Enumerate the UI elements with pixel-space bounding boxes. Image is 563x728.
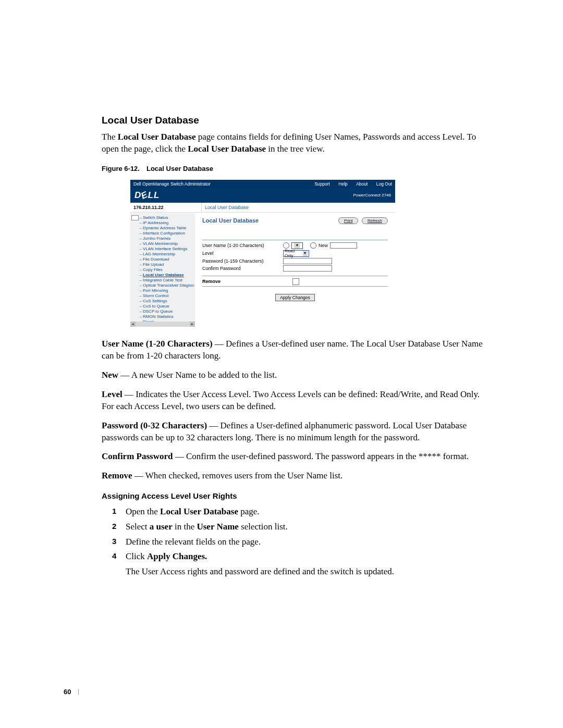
- tree-item[interactable]: DSCP to Queue: [140, 309, 194, 314]
- print-button[interactable]: Print: [338, 217, 358, 224]
- level-label: Level: [202, 251, 283, 256]
- tree-item[interactable]: Dynamic Address Table: [140, 226, 194, 231]
- tree-item[interactable]: Copy Files: [140, 267, 194, 273]
- content-title: Local User Database: [202, 217, 259, 224]
- link-help[interactable]: Help: [338, 181, 347, 187]
- new-label: New: [319, 243, 328, 248]
- tree-item[interactable]: CoS Settings: [140, 299, 194, 304]
- username-existing-radio[interactable]: [283, 242, 289, 249]
- username-new-input[interactable]: [330, 242, 357, 249]
- model-label: PowerConnect 2748: [353, 193, 391, 198]
- tree-item[interactable]: RMON Statistics: [140, 314, 194, 319]
- username-select[interactable]: ▾: [291, 242, 303, 249]
- username-new-radio[interactable]: [310, 242, 316, 249]
- tree-root-icon: [131, 215, 139, 220]
- password-input[interactable]: [283, 258, 332, 264]
- tree-item[interactable]: Optical Transceiver Diagnostics: [140, 283, 194, 288]
- tree-item[interactable]: VLAN Interface Settings: [140, 246, 194, 252]
- tree-item[interactable]: Switch Status: [140, 215, 194, 220]
- remove-label: Remove: [202, 279, 283, 284]
- remove-checkbox[interactable]: [292, 278, 299, 285]
- tree-scrollbar[interactable]: ◂▸: [130, 322, 195, 327]
- username-label: User Name (1-20 Characters): [202, 243, 283, 248]
- step-item: Open the Local User Database page.: [112, 505, 490, 519]
- step-item: Define the relevant fields on the page.: [112, 536, 490, 549]
- tree-item[interactable]: Local User Database: [140, 273, 194, 278]
- tree-item[interactable]: Interface Configuration: [140, 231, 194, 236]
- app-title: Dell OpenManage Switch Administrator: [133, 181, 211, 187]
- refresh-button[interactable]: Refresh: [362, 217, 388, 224]
- confirm-password-input[interactable]: [283, 265, 332, 272]
- content-pane: Local User Database Print Refresh User N…: [195, 213, 395, 327]
- app-titlebar: Dell OpenManage Switch Administrator Sup…: [130, 180, 395, 188]
- link-support[interactable]: Support: [314, 181, 330, 187]
- confirm-password-label: Confirm Password: [202, 266, 283, 271]
- page-number: 60: [64, 688, 71, 696]
- brand-bar: DELL PowerConnect 2748: [130, 188, 395, 203]
- tree-item[interactable]: File Upload: [140, 262, 194, 267]
- dell-logo: DELL: [134, 190, 160, 201]
- tree-item[interactable]: CoS to Queue: [140, 304, 194, 309]
- procedure-heading: Assigning Access Level User Rights: [102, 491, 490, 500]
- breadcrumb: Local User Database: [202, 203, 252, 212]
- tree-item[interactable]: IP Addressing: [140, 220, 194, 226]
- procedure-result: The User Access rights and password are …: [126, 566, 490, 577]
- field-definition: Remove — When checked, removes users fro…: [102, 470, 490, 482]
- document-page: Local User Database The Local User Datab…: [0, 0, 563, 728]
- header-links: Support Help About Log Out: [307, 181, 392, 187]
- level-select[interactable]: Read Only ▾: [283, 250, 309, 257]
- tree-item[interactable]: VLAN Membership: [140, 241, 194, 246]
- tree-item[interactable]: Port Mirroring: [140, 288, 194, 293]
- nav-tree[interactable]: Switch StatusIP AddressingDynamic Addres…: [130, 213, 195, 327]
- page-footer: 60: [64, 688, 82, 696]
- device-ip: 176.210.11.22: [130, 203, 202, 212]
- tree-item[interactable]: File Download: [140, 257, 194, 262]
- field-definition: New — A new User Name to be added to the…: [102, 369, 490, 381]
- figure-caption: Figure 6-12. Local User Database: [102, 165, 490, 172]
- embedded-screenshot: Dell OpenManage Switch Administrator Sup…: [130, 180, 395, 327]
- tree-item[interactable]: Storm Control: [140, 293, 194, 299]
- field-definition: User Name (1-20 Characters) — Defines a …: [102, 338, 490, 362]
- tree-item[interactable]: LAG Membership: [140, 252, 194, 257]
- apply-changes-button[interactable]: Apply Changes: [275, 294, 315, 301]
- field-definition: Confirm Password — Confirm the user-defi…: [102, 451, 490, 463]
- intro-paragraph: The Local User Database page contains fi…: [102, 131, 490, 155]
- procedure-steps: Open the Local User Database page.Select…: [112, 505, 490, 563]
- field-definition: Level — Indicates the User Access Level.…: [102, 389, 490, 413]
- field-definition: Password (0-32 Characters) — Defines a U…: [102, 420, 490, 444]
- password-label: Password (1-159 Characters): [202, 258, 283, 264]
- link-about[interactable]: About: [356, 181, 368, 187]
- step-item: Click Apply Changes.: [112, 550, 490, 563]
- step-item: Select a user in the User Name selection…: [112, 521, 490, 534]
- section-heading: Local User Database: [102, 115, 490, 126]
- breadcrumb-row: 176.210.11.22 Local User Database: [130, 203, 395, 213]
- link-logout[interactable]: Log Out: [376, 181, 392, 187]
- tree-item[interactable]: Jumbo Frames: [140, 236, 194, 241]
- tree-item[interactable]: Integrated Cable Test: [140, 278, 194, 283]
